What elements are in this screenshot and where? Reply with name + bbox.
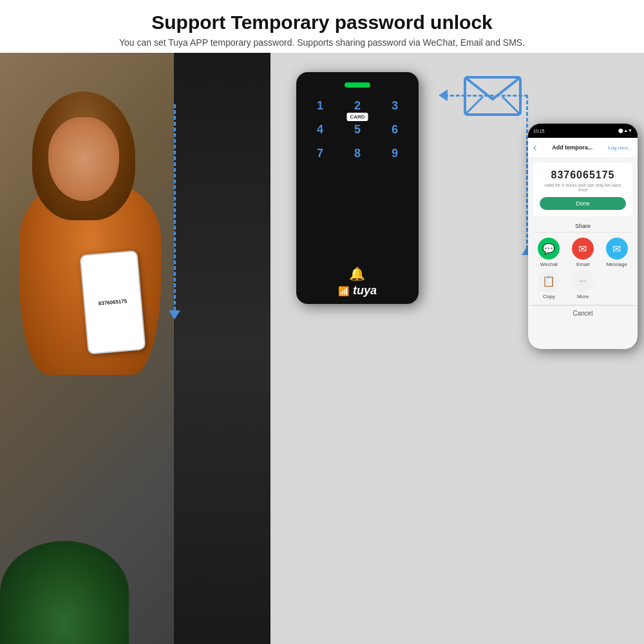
svg-line-2: [502, 97, 520, 115]
keypad-device: 1 2 3 4 5 CARD 6 7 8 9 🔔 📶: [296, 72, 419, 304]
photo-background: 8376065175: [0, 53, 270, 644]
phone-in-hand: 8376065175: [79, 250, 146, 354]
keypad-indicator-light: [345, 82, 370, 88]
phone-status-icons: ⬤▲▼: [618, 128, 632, 133]
key-3[interactable]: 3: [379, 97, 411, 115]
key-4[interactable]: 4: [304, 120, 336, 139]
arrow-left-icon: [439, 90, 448, 101]
keypad-grid: 1 2 3 4 5 CARD 6 7 8 9: [304, 97, 411, 163]
email-label: Email: [576, 261, 589, 267]
main-content: 8376065175: [0, 53, 644, 644]
email-share-icon: ✉: [572, 238, 594, 260]
phone-time: 10:15: [533, 129, 545, 133]
share-email[interactable]: ✉ Email: [567, 238, 599, 267]
tuya-brand-area: 📶 tuya: [338, 284, 377, 298]
phone-share-label: Share: [528, 220, 638, 232]
share-more[interactable]: ··· More: [567, 270, 599, 299]
key-7[interactable]: 7: [304, 144, 336, 163]
phone-log-link[interactable]: Log reco...: [608, 145, 632, 151]
more-label: More: [577, 294, 589, 299]
page: Support Temporary password unlock You ca…: [0, 0, 644, 644]
message-icon: ✉: [606, 238, 628, 260]
tuya-logo-text: tuya: [353, 284, 377, 298]
share-wechat[interactable]: 💬 Wechat: [533, 238, 565, 267]
page-title: Support Temporary password unlock: [26, 12, 618, 33]
dashed-vertical-line: [174, 104, 176, 310]
phone-password-validity: valid for 6 hours and can only be used o…: [540, 183, 626, 192]
key-6[interactable]: 6: [379, 120, 411, 139]
keypad-bottom-area: 🔔 📶 tuya: [338, 266, 377, 298]
message-label: Message: [606, 261, 627, 267]
door-panel: [174, 53, 270, 644]
key-1[interactable]: 1: [304, 97, 336, 115]
phone-status-bar: 10:15 ⬤▲▼: [528, 124, 638, 138]
right-panel: 1 2 3 4 5 CARD 6 7 8 9 🔔 📶: [270, 53, 644, 644]
wechat-icon: 💬: [538, 238, 560, 260]
more-icon: ···: [572, 270, 594, 292]
share-message[interactable]: ✉ Message: [601, 238, 632, 267]
key-9[interactable]: 9: [379, 144, 411, 163]
svg-line-1: [465, 97, 483, 115]
dashed-horizontal-line: [444, 95, 528, 97]
phone-cancel-button[interactable]: Cancel: [528, 305, 638, 321]
copy-label: Copy: [543, 294, 555, 299]
woman-face: [48, 117, 119, 201]
share-options-grid: 💬 Wechat ✉ Email ✉ Message 📋: [528, 232, 638, 305]
wifi-icon: 📶: [338, 286, 349, 296]
phone-screen: ‹ Add tempora... Log reco... 8376065175 …: [528, 138, 638, 349]
phone-screen-title: Add tempora...: [552, 144, 592, 151]
page-subtitle: You can set Tuya APP temporary password.…: [26, 37, 618, 48]
copy-icon: 📋: [538, 270, 560, 292]
wechat-label: Wechat: [540, 261, 558, 267]
phone-back-button[interactable]: ‹: [533, 142, 536, 153]
key-8[interactable]: 8: [341, 144, 374, 163]
smartphone-device: 10:15 ⬤▲▼ ‹ Add tempora... Log reco... 8…: [528, 124, 638, 349]
phone-password-area: 8376065175 valid for 6 hours and can onl…: [533, 163, 632, 216]
arrow-down-icon: [169, 310, 180, 319]
left-panel-photo: 8376065175: [0, 53, 270, 644]
phone-app-header: ‹ Add tempora... Log reco...: [528, 138, 638, 158]
bell-icon: 🔔: [349, 266, 365, 281]
phone-temp-password: 8376065175: [540, 169, 626, 181]
key-5[interactable]: 5 CARD: [341, 120, 374, 139]
share-copy[interactable]: 📋 Copy: [533, 270, 565, 299]
plant-decoration: [0, 541, 129, 644]
hand-phone-number: 8376065175: [98, 298, 127, 307]
header-section: Support Temporary password unlock You ca…: [0, 0, 644, 53]
phone-done-button[interactable]: Done: [540, 197, 626, 210]
card-label: CARD: [346, 113, 368, 121]
